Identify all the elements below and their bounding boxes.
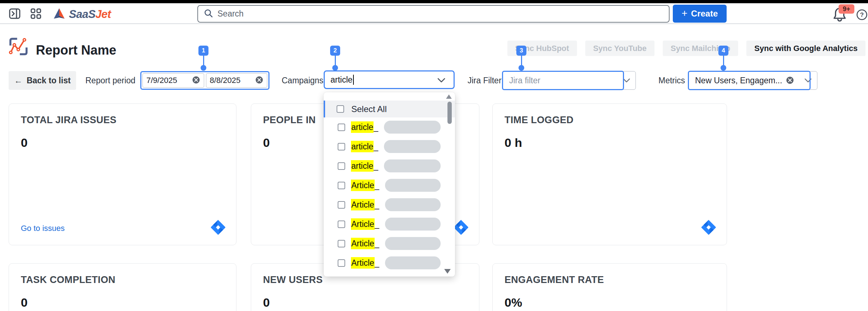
option-checkbox[interactable] bbox=[338, 182, 345, 189]
onboarding-step-3-badge: 3 bbox=[516, 46, 526, 71]
metrics-select[interactable]: New Users, Engagem... bbox=[688, 71, 817, 90]
dropdown-option[interactable]: Article_ bbox=[324, 214, 455, 234]
option-label: article_ bbox=[351, 142, 378, 152]
notification-count-badge[interactable]: 9+ bbox=[839, 4, 854, 14]
option-label: Article_ bbox=[351, 181, 379, 190]
saasjet-logo-mark-icon bbox=[52, 8, 66, 21]
redacted-option-text bbox=[385, 198, 441, 211]
dropdown-option[interactable]: Article_ bbox=[324, 195, 455, 214]
sync-google-analytics-button[interactable]: Sync with Google Analytics bbox=[746, 41, 865, 56]
option-checkbox[interactable] bbox=[338, 201, 345, 209]
card-value: 0% bbox=[505, 296, 717, 310]
sync-buttons-row: Sync HubSpot Sync YouTube Sync Mailchimp… bbox=[507, 41, 865, 56]
campaigns-typed-value: article bbox=[330, 75, 352, 85]
card-total-jira-issues: TOTAL JIRA ISSUES 0 Go to issues bbox=[9, 103, 236, 245]
option-checkbox[interactable] bbox=[338, 221, 345, 228]
card-time-logged: TIME LOGGED 0 h bbox=[492, 103, 727, 245]
metrics-chevron-down-icon[interactable] bbox=[804, 78, 812, 85]
dropdown-option[interactable]: article_ bbox=[324, 117, 455, 137]
option-checkbox[interactable] bbox=[338, 143, 345, 150]
option-label: Article_ bbox=[351, 200, 379, 210]
date-to-field[interactable]: 8/8/2025 bbox=[206, 73, 268, 88]
back-arrow-icon: ← bbox=[14, 76, 22, 85]
help-icon[interactable]: ? bbox=[856, 9, 868, 20]
jira-icon[interactable] bbox=[453, 220, 469, 236]
go-to-issues-link[interactable]: Go to issues bbox=[21, 224, 65, 233]
plus-icon: + bbox=[681, 8, 687, 18]
card-title: TIME LOGGED bbox=[505, 115, 717, 126]
clear-metrics-icon[interactable] bbox=[786, 76, 794, 86]
back-to-list-label: Back to list bbox=[27, 76, 71, 85]
campaigns-chevron-down-icon[interactable] bbox=[437, 78, 446, 85]
step-3-dot bbox=[519, 65, 524, 71]
back-to-list-button[interactable]: ← Back to list bbox=[9, 71, 76, 90]
option-label: Article_ bbox=[351, 258, 379, 268]
select-all-label: Select All bbox=[351, 104, 387, 114]
date-to-value: 8/8/2025 bbox=[210, 76, 253, 85]
card-value: 0 bbox=[21, 136, 227, 150]
scroll-down-arrow-icon[interactable] bbox=[444, 269, 451, 274]
date-from-field[interactable]: 7/9/2025 bbox=[142, 73, 204, 88]
card-value: 0 bbox=[263, 296, 470, 310]
report-period-range-picker: 7/9/2025 8/8/2025 bbox=[140, 71, 269, 90]
metrics-label: Metrics bbox=[658, 76, 685, 85]
step-2-stem bbox=[335, 56, 336, 66]
redacted-option-text bbox=[384, 159, 441, 172]
global-search-input[interactable]: Search bbox=[197, 5, 670, 23]
card-value: 0 bbox=[21, 296, 227, 310]
jira-filter-select[interactable]: Jira filter bbox=[502, 71, 636, 90]
option-checkbox[interactable] bbox=[338, 162, 345, 170]
option-checkbox[interactable] bbox=[338, 240, 345, 247]
select-all-option[interactable]: Select All bbox=[324, 101, 455, 117]
option-label: article_ bbox=[351, 161, 378, 171]
card-task-completion: TASK COMPLETION 0 bbox=[9, 263, 236, 311]
page-title: Report Name bbox=[36, 43, 116, 58]
metrics-selected-value: New Users, Engagem... bbox=[695, 76, 782, 85]
app-switcher-grid-icon[interactable] bbox=[31, 8, 41, 20]
step-4-dot bbox=[721, 65, 726, 71]
report-chart-icon bbox=[8, 36, 29, 57]
clear-date-from-icon[interactable] bbox=[192, 76, 200, 85]
campaigns-select-input[interactable]: article bbox=[324, 70, 455, 89]
saasjet-logo[interactable]: SaaSJet bbox=[52, 8, 111, 21]
svg-text:?: ? bbox=[860, 11, 864, 18]
step-4-number: 4 bbox=[718, 46, 728, 56]
jira-icon[interactable] bbox=[210, 220, 226, 236]
dropdown-option[interactable]: article_ bbox=[324, 156, 455, 176]
active-option-indicator bbox=[324, 101, 325, 117]
card-title: TOTAL JIRA ISSUES bbox=[21, 115, 227, 126]
dropdown-option[interactable]: Article_ bbox=[324, 234, 455, 253]
report-period-label: Report period bbox=[85, 76, 135, 85]
onboarding-step-4-badge: 4 bbox=[718, 46, 728, 71]
jira-icon[interactable] bbox=[701, 220, 717, 236]
date-from-value: 7/9/2025 bbox=[146, 76, 189, 85]
sidebar-toggle-icon[interactable] bbox=[9, 8, 20, 20]
redacted-option-text bbox=[385, 237, 441, 250]
select-all-checkbox[interactable] bbox=[337, 105, 344, 113]
option-checkbox[interactable] bbox=[338, 259, 345, 267]
sync-youtube-button[interactable]: Sync YouTube bbox=[585, 41, 654, 56]
step-1-stem bbox=[203, 56, 204, 66]
redacted-option-text bbox=[384, 121, 441, 134]
jira-filter-placeholder: Jira filter bbox=[509, 76, 540, 85]
dropdown-option[interactable]: article_ bbox=[324, 137, 455, 156]
redacted-option-text bbox=[385, 256, 441, 269]
campaigns-label: Campaigns bbox=[282, 76, 323, 85]
top-navigation-bar: SaaSJet Search + Create 9+ ? bbox=[0, 3, 868, 24]
scrollbar-thumb[interactable] bbox=[447, 102, 452, 124]
create-button[interactable]: + Create bbox=[673, 5, 727, 23]
scroll-up-arrow-icon[interactable] bbox=[446, 94, 452, 99]
option-label: article_ bbox=[351, 122, 378, 132]
logo-text: SaaSJet bbox=[69, 8, 111, 21]
clear-date-to-icon[interactable] bbox=[255, 76, 263, 85]
dropdown-option[interactable]: Article_ bbox=[324, 253, 455, 273]
step-2-dot bbox=[332, 65, 338, 71]
search-placeholder: Search bbox=[217, 9, 244, 19]
create-button-label: Create bbox=[691, 9, 718, 19]
option-checkbox[interactable] bbox=[338, 124, 345, 131]
option-label: Article_ bbox=[351, 219, 379, 229]
jira-filter-chevron-down-icon[interactable] bbox=[623, 78, 630, 85]
dropdown-option[interactable]: Article_ bbox=[324, 176, 455, 195]
onboarding-step-1-badge: 1 bbox=[198, 46, 208, 71]
step-2-number: 2 bbox=[330, 46, 340, 56]
